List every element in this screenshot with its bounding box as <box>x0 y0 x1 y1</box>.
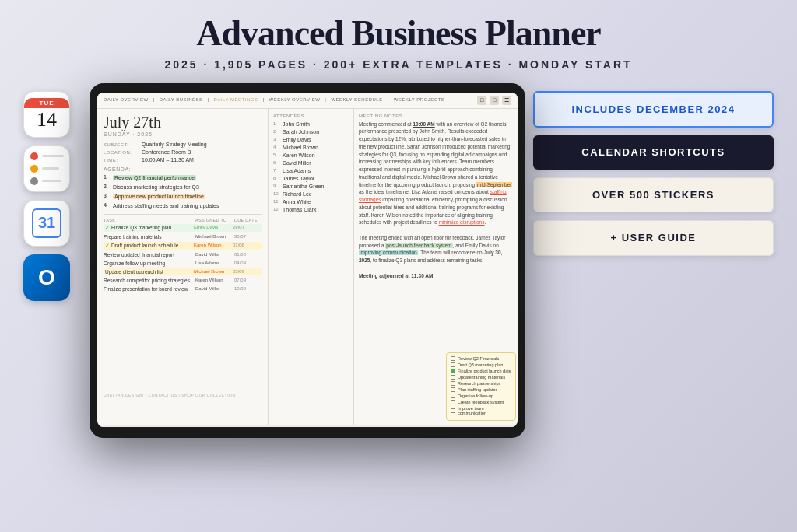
calendar-app-icon[interactable]: TUE 14 <box>23 91 70 138</box>
tablet-frame: DAILY OVERVIEW | DAILY BUSINESS | DAILY … <box>90 83 525 438</box>
time-label: TIME: <box>104 157 139 163</box>
page-header: Advanced Business Planner 2025 · 1,905 P… <box>0 0 797 77</box>
checkbox-1[interactable] <box>451 356 455 361</box>
checkbox-6[interactable] <box>451 387 455 392</box>
task-row-1: ✓Finalize Q3 marketing plan Emily Davis … <box>104 224 262 232</box>
checkbox-7[interactable] <box>451 394 455 398</box>
google-calendar-number: 31 <box>32 208 61 238</box>
checkbox-5[interactable] <box>451 381 455 386</box>
due-col-header: DUE DATE <box>234 218 262 222</box>
reminders-app-icon[interactable] <box>23 145 70 192</box>
meeting-date: July 27th <box>104 114 262 131</box>
attendee-11: 11Anna White <box>273 199 349 205</box>
feature-card-stickers-label: OVER 500 STICKERS <box>546 189 760 201</box>
checklist-item-3: Finalize product launch date <box>451 369 511 373</box>
agenda-title: AGENDA: <box>104 166 262 172</box>
notes-content: Meeting commenced at 10:00 AM with an ov… <box>359 121 513 280</box>
checklist-item-2: Draft Q3 marketing plan <box>451 362 511 367</box>
checklist-item-9: Improve team communication <box>451 406 511 415</box>
time-value: 10:00 AM – 11:30 AM <box>142 157 194 163</box>
tab-controls: □ □ ☰ <box>477 96 511 105</box>
feature-cards-column: INCLUDES DECEMBER 2024 CALENDAR SHORTCUT… <box>533 83 774 256</box>
task-row-4: Review updated financial report David Mi… <box>104 251 262 258</box>
calendar-date-number: 14 <box>37 108 57 130</box>
tablet-bottom-bar: ⌂ ☰ ◎ ⊞ ♡ ✎ ⋯ T ✏ ◻ <box>97 425 518 427</box>
tasks-section: TASK ASSIGNED TO DUE DATE ✓Finalize Q3 m… <box>104 214 262 292</box>
attendee-7: 7Lisa Adams <box>273 168 349 173</box>
subject-value: Quarterly Strategy Meeting <box>142 142 207 147</box>
tab-weekly-overview[interactable]: WEEKLY OVERVIEW <box>269 97 320 103</box>
calendar-day-label: TUE <box>24 98 69 108</box>
task-row-7: Research competitor pricing strategies K… <box>104 277 262 284</box>
attendees-title: ATTENDEES <box>273 114 349 118</box>
time-row: TIME: 10:00 AM – 11:30 AM <box>104 157 262 163</box>
subtitle: 2025 · 1,905 PAGES · 200+ EXTRA TEMPLATE… <box>16 58 781 71</box>
attendee-2: 2Sarah Johnson <box>273 129 349 135</box>
tablet-footer: GYATTAN DESIGN! | CONTACT US | SHOP OUR … <box>104 393 236 397</box>
left-panel: July 27th SUNDAY · 2025 SUBJECT: Quarter… <box>97 109 269 425</box>
checklist-item-7: Organize follow-up <box>451 394 511 398</box>
attendees-panel: ATTENDEES 1John Smith 2Sarah Johnson 3Em… <box>269 109 354 425</box>
checkbox-9[interactable] <box>451 408 455 413</box>
checkbox-3[interactable] <box>451 369 455 373</box>
meeting-day: SUNDAY · 2025 <box>104 131 262 137</box>
subject-row: SUBJECT: Quarterly Strategy Meeting <box>104 142 262 147</box>
google-calendar-icon[interactable]: 31 <box>23 200 70 247</box>
assigned-col-header: ASSIGNED TO <box>195 218 234 222</box>
tablet-screen: DAILY OVERVIEW | DAILY BUSINESS | DAILY … <box>97 93 518 427</box>
location-value: Conference Room B <box>142 149 191 155</box>
tab-daily-business[interactable]: DAILY BUSINESS <box>160 97 203 103</box>
feature-card-shortcuts-label: CALENDAR SHORTCUTS <box>546 146 761 159</box>
feature-card-guide-label: + USER GUIDE <box>546 232 760 244</box>
agenda-item-1: 1 Review Q2 financial performance <box>104 174 262 181</box>
checklist-overlay: Review Q2 Financials Draft Q3 marketing … <box>446 352 516 421</box>
main-title: Advanced Business Planner <box>16 14 781 54</box>
agenda-item-2: 2 Discuss marketing strategies for Q3 <box>104 184 262 191</box>
task-row-2: Prepare training materials Michael Brown… <box>104 233 262 240</box>
attendee-9: 9Samantha Green <box>273 184 349 189</box>
outlook-label: O <box>38 265 55 290</box>
checklist-item-5: Research partnerships <box>451 381 511 386</box>
attendee-10: 10Richard Lee <box>273 191 349 197</box>
attendee-4: 4Michael Brown <box>273 145 349 150</box>
nav-tabs: DAILY OVERVIEW | DAILY BUSINESS | DAILY … <box>104 97 444 103</box>
subject-label: SUBJECT: <box>104 142 139 147</box>
attendee-3: 3Emily Davis <box>273 137 349 142</box>
notes-title: MEETING NOTES <box>359 114 513 118</box>
ctrl-btn-1[interactable]: □ <box>477 96 486 105</box>
task-row-3: ✓Draft product launch schedule Karen Wil… <box>104 242 262 250</box>
feature-card-user-guide: + USER GUIDE <box>533 220 774 256</box>
location-label: LOCATION: <box>104 149 139 155</box>
task-row-5: Organize follow-up meeting Lisa Adams 04… <box>104 260 262 267</box>
attendee-12: 12Thomas Clark <box>273 207 349 212</box>
checkbox-2[interactable] <box>451 362 455 367</box>
task-row-8: Finalize presentation for board review D… <box>104 285 262 292</box>
tab-daily-meetings[interactable]: DAILY MEETINGS <box>214 97 258 103</box>
attendee-5: 5Karen Wilson <box>273 152 349 158</box>
reminders-dots <box>26 149 68 189</box>
tab-weekly-projects[interactable]: WEEKLY PROJECTS <box>394 97 445 103</box>
ctrl-btn-3[interactable]: ☰ <box>502 96 511 105</box>
feature-card-calendar-shortcuts: CALENDAR SHORTCUTS <box>533 135 774 170</box>
content-area: TUE 14 31 <box>0 77 797 438</box>
checklist-item-1: Review Q2 Financials <box>451 356 511 361</box>
agenda-item-3: 3 Approve new product launch timeline <box>104 193 262 200</box>
tab-weekly-schedule[interactable]: WEEKLY SCHEDULE <box>331 97 382 103</box>
task-col-header: TASK <box>104 218 195 222</box>
agenda-item-4: 4 Address staffing needs and training up… <box>104 202 262 209</box>
location-row: LOCATION: Conference Room B <box>104 149 262 155</box>
feature-card-december-label: INCLUDES DECEMBER 2024 <box>547 103 760 116</box>
checkbox-4[interactable] <box>451 375 455 380</box>
attendee-1: 1John Smith <box>273 121 349 127</box>
checklist-item-4: Update training materials <box>451 375 511 380</box>
feature-card-stickers: OVER 500 STICKERS <box>533 177 774 213</box>
tab-daily-overview[interactable]: DAILY OVERVIEW <box>104 97 149 103</box>
ctrl-btn-2[interactable]: □ <box>490 96 499 105</box>
tablet-nav-bar: DAILY OVERVIEW | DAILY BUSINESS | DAILY … <box>97 93 518 109</box>
task-row-6: Update client outreach list Michael Brow… <box>104 268 262 275</box>
attendee-8: 8James Taylor <box>273 176 349 181</box>
checkbox-8[interactable] <box>451 400 455 404</box>
attendee-6: 6David Miller <box>273 160 349 166</box>
outlook-icon[interactable]: O <box>23 254 70 301</box>
feature-card-december: INCLUDES DECEMBER 2024 <box>533 91 774 128</box>
